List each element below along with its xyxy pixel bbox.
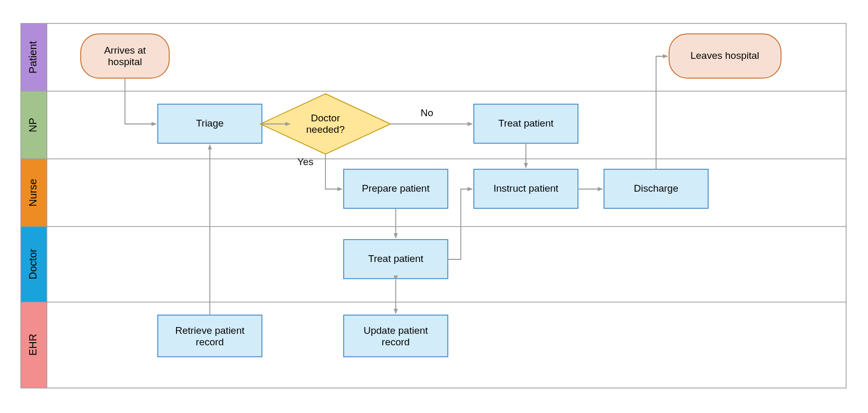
node-prepare-label: Prepare patient xyxy=(362,183,430,194)
edge-decision-prepare xyxy=(325,154,342,189)
node-treat-np-label: Treat patient xyxy=(498,118,554,129)
node-discharge-label: Discharge xyxy=(634,183,678,194)
node-leaves-label: Leaves hospital xyxy=(690,50,759,61)
node-update-label-l1: Update patient xyxy=(363,325,428,336)
node-arrives-label-l2: hospital xyxy=(108,56,142,67)
node-doctor-needed-label-l1: Doctor xyxy=(311,112,341,123)
node-instruct-label: Instruct patient xyxy=(494,183,559,194)
node-treat-doctor-label: Treat patient xyxy=(368,253,424,264)
node-arrives-label-l1: Arrives at xyxy=(104,45,146,56)
node-doctor-needed-label-l2: needed? xyxy=(306,124,345,135)
edge-label-yes: Yes xyxy=(297,156,313,167)
lane-label-ehr: EHR xyxy=(27,334,39,356)
lane-label-doctor: Doctor xyxy=(27,248,39,279)
node-triage-label: Triage xyxy=(196,118,223,129)
edge-arrives-triage xyxy=(125,78,156,124)
node-update-label-l2: record xyxy=(382,336,410,347)
edge-label-no: No xyxy=(421,107,433,118)
lane-label-patient: Patient xyxy=(27,41,39,73)
edge-treatdoc-instruct xyxy=(448,189,472,259)
swimlane-diagram: Patient NP Nurse Doctor EHR Arrives at h… xyxy=(0,0,868,413)
node-retrieve-label-l2: record xyxy=(196,336,224,347)
node-retrieve-label-l1: Retrieve patient xyxy=(175,325,245,336)
lane-label-nurse: Nurse xyxy=(27,179,39,206)
edge-discharge-leaves xyxy=(656,56,668,169)
lane-label-np: NP xyxy=(27,118,39,132)
